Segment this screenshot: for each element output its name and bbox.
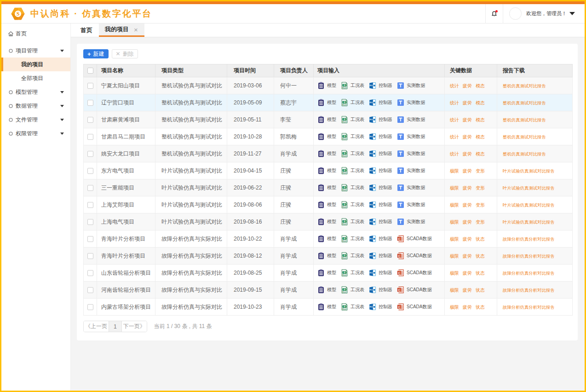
project-input-excel[interactable]: 工况表 [341, 252, 364, 259]
key-data-link[interactable]: 极限 [450, 202, 459, 208]
project-input-model[interactable]: 模型 [317, 252, 336, 259]
project-input-model[interactable]: 模型 [317, 201, 336, 208]
project-input-model[interactable]: 模型 [317, 167, 336, 174]
report-download-link[interactable]: 叶片试验仿真测试对比报告 [503, 202, 555, 208]
project-input-measured[interactable]: 实测数据 [397, 184, 425, 191]
key-data-link[interactable]: 状态 [476, 288, 485, 293]
key-data-link[interactable]: 统计 [450, 134, 459, 139]
project-input-excel[interactable]: 工况表 [341, 116, 364, 123]
project-input-excel[interactable]: 工况表 [341, 218, 364, 225]
prev-page-button[interactable]: 《上一页 [84, 321, 109, 332]
key-data-link[interactable]: 极限 [450, 271, 459, 276]
key-data-link[interactable]: 疲劳 [463, 271, 472, 276]
key-data-link[interactable]: 变形 [476, 168, 485, 173]
key-data-link[interactable]: 统计 [450, 83, 459, 88]
report-download-link[interactable]: 整机仿真测试对比报告 [503, 117, 546, 122]
row-checkbox[interactable] [87, 100, 93, 106]
project-input-excel[interactable]: 工况表 [341, 235, 364, 242]
row-checkbox[interactable] [87, 253, 93, 259]
project-input-model[interactable]: 模型 [317, 82, 336, 89]
report-download-link[interactable]: 整机仿真测试对比报告 [503, 100, 546, 105]
project-input-dll[interactable]: 控制器 [369, 167, 392, 174]
row-checkbox[interactable] [87, 270, 93, 276]
current-page-button[interactable]: 1 [109, 321, 122, 332]
key-data-link[interactable]: 极限 [450, 236, 459, 242]
key-data-link[interactable]: 疲劳 [463, 236, 472, 242]
key-data-link[interactable]: 变形 [476, 185, 485, 190]
sidebar-subitem-1-0[interactable]: 我的项目 [1, 58, 70, 71]
key-data-link[interactable]: 极限 [450, 288, 459, 293]
project-input-dll[interactable]: 控制器 [369, 99, 392, 106]
project-input-measured[interactable]: 实测数据 [397, 150, 425, 157]
project-input-scada[interactable]: SCADA数据 [397, 269, 431, 277]
row-checkbox[interactable] [87, 304, 93, 310]
key-data-link[interactable]: 疲劳 [463, 254, 472, 259]
row-checkbox[interactable] [87, 202, 93, 208]
report-download-link[interactable]: 叶片试验仿真测试对比报告 [503, 185, 555, 190]
sidebar-subitem-1-1[interactable]: 全部项目 [1, 71, 70, 85]
row-checkbox[interactable] [87, 134, 93, 140]
sidebar-item-5[interactable]: 权限管理 [1, 127, 70, 140]
project-input-model[interactable]: 模型 [317, 269, 336, 277]
key-data-link[interactable]: 状态 [476, 236, 485, 242]
project-input-measured[interactable]: 实测数据 [397, 116, 425, 123]
project-input-excel[interactable]: 工况表 [341, 99, 364, 106]
project-input-model[interactable]: 模型 [317, 286, 336, 294]
row-checkbox[interactable] [87, 151, 93, 157]
sidebar-item-0[interactable]: 首页 [1, 27, 70, 40]
project-input-dll[interactable]: 控制器 [369, 235, 392, 242]
sidebar-item-4[interactable]: 文件管理 [1, 113, 70, 127]
project-input-dll[interactable]: 控制器 [369, 218, 392, 225]
project-input-model[interactable]: 模型 [317, 218, 336, 225]
report-download-link[interactable]: 故障分析仿真分析对比报告 [503, 271, 555, 276]
report-download-link[interactable]: 整机仿真测试对比报告 [503, 134, 546, 139]
next-page-button[interactable]: 下一页》 [122, 321, 147, 332]
key-data-link[interactable]: 模态 [476, 117, 485, 122]
key-data-link[interactable]: 疲劳 [463, 151, 472, 156]
project-input-model[interactable]: 模型 [317, 235, 336, 242]
row-checkbox[interactable] [87, 185, 93, 191]
project-input-model[interactable]: 模型 [317, 184, 336, 191]
project-input-excel[interactable]: 工况表 [341, 201, 364, 208]
project-input-excel[interactable]: 工况表 [341, 150, 364, 157]
project-input-scada[interactable]: SCADA数据 [397, 286, 431, 294]
report-download-link[interactable]: 叶片试验仿真测试对比报告 [503, 168, 555, 173]
key-data-link[interactable]: 疲劳 [463, 305, 472, 310]
select-all-checkbox[interactable] [87, 68, 93, 74]
project-input-excel[interactable]: 工况表 [341, 82, 364, 89]
project-input-dll[interactable]: 控制器 [369, 184, 392, 191]
avatar[interactable] [509, 7, 522, 20]
report-download-link[interactable]: 整机仿真测试对比报告 [503, 151, 546, 156]
project-input-model[interactable]: 模型 [317, 150, 336, 157]
project-input-dll[interactable]: 控制器 [369, 82, 392, 89]
project-input-measured[interactable]: 实测数据 [397, 201, 425, 208]
key-data-link[interactable]: 疲劳 [463, 83, 472, 88]
row-checkbox[interactable] [87, 168, 93, 174]
key-data-link[interactable]: 疲劳 [463, 134, 472, 139]
new-button[interactable]: + 新建 [83, 49, 109, 58]
key-data-link[interactable]: 疲劳 [463, 288, 472, 293]
notifications-button[interactable] [485, 4, 503, 23]
project-input-excel[interactable]: 工况表 [341, 133, 364, 140]
sidebar-item-3[interactable]: 数据管理 [1, 99, 70, 113]
project-input-model[interactable]: 模型 [317, 116, 336, 123]
key-data-link[interactable]: 变形 [476, 202, 485, 208]
sidebar-item-2[interactable]: 模型管理 [1, 85, 70, 99]
row-checkbox[interactable] [87, 219, 93, 225]
report-download-link[interactable]: 故障分析仿真分析对比报告 [503, 288, 555, 293]
key-data-link[interactable]: 极限 [450, 219, 459, 225]
key-data-link[interactable]: 模态 [476, 100, 485, 105]
key-data-link[interactable]: 模态 [476, 151, 485, 156]
project-input-scada[interactable]: SCADA数据 [397, 252, 431, 259]
project-input-excel[interactable]: 工况表 [341, 167, 364, 174]
project-input-measured[interactable]: 实测数据 [397, 167, 425, 174]
key-data-link[interactable]: 疲劳 [463, 117, 472, 122]
tab-1[interactable]: 我的项目× [99, 23, 144, 37]
key-data-link[interactable]: 疲劳 [463, 185, 472, 190]
tab-close-icon[interactable]: × [134, 26, 138, 34]
key-data-link[interactable]: 统计 [450, 151, 459, 156]
key-data-link[interactable]: 状态 [476, 254, 485, 259]
row-checkbox[interactable] [87, 117, 93, 123]
key-data-link[interactable]: 模态 [476, 134, 485, 139]
key-data-link[interactable]: 变形 [476, 219, 485, 225]
